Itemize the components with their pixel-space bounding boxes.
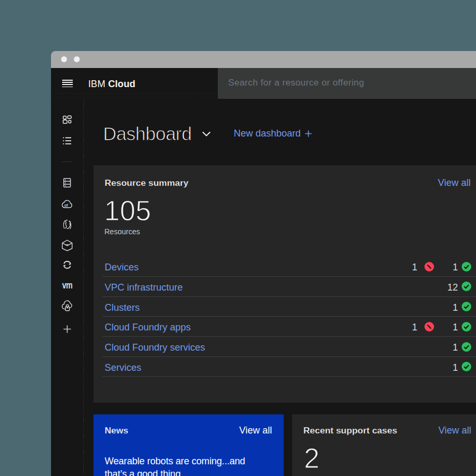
svg-text:cf: cf [64, 203, 68, 208]
